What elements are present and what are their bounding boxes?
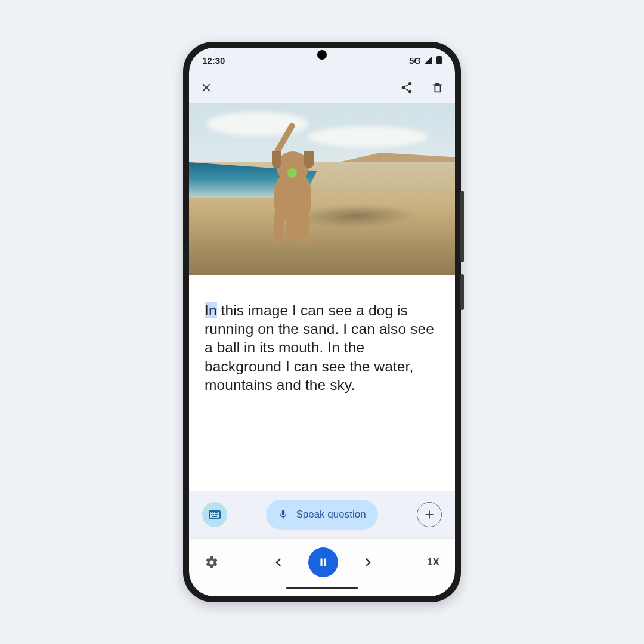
close-icon [200,81,213,94]
plus-icon [423,508,436,521]
close-button[interactable] [200,81,213,94]
signal-icon [425,57,432,64]
speak-question-button[interactable]: Speak question [266,500,377,530]
pause-button[interactable] [308,547,338,577]
battery-icon [436,56,442,64]
pause-icon [317,556,330,569]
playback-row: 1X [189,538,455,586]
settings-button[interactable] [205,555,219,569]
share-button[interactable] [400,81,413,94]
caption-text: In this image I can see a dog is running… [205,301,439,395]
playback-speed-button[interactable]: 1X [427,556,439,568]
chevron-left-icon [270,554,287,571]
caption-area: In this image I can see a dog is running… [189,275,455,491]
keyboard-icon [208,507,222,522]
phone-frame: 12:30 5G [183,42,461,602]
share-icon [400,81,413,94]
power-button [460,274,464,310]
status-time: 12:30 [202,55,225,66]
add-button[interactable] [417,502,442,527]
app-bar [189,73,455,103]
trash-icon [431,81,444,94]
status-network: 5G [409,55,421,66]
camera-notch [317,50,327,60]
gesture-bar [189,586,455,596]
mic-icon [278,509,289,520]
ask-row: Speak question [189,491,455,538]
volume-button [460,191,464,262]
keyboard-button[interactable] [202,502,227,527]
caption-highlighted-word: In [205,302,217,318]
chevron-right-icon [360,554,376,571]
previous-button[interactable] [270,554,287,571]
caption-rest: this image I can see a dog is running on… [205,302,434,393]
gear-icon [205,555,219,569]
speak-question-label: Speak question [296,509,366,521]
next-button[interactable] [360,554,376,571]
delete-button[interactable] [431,81,444,94]
described-image [189,103,455,275]
